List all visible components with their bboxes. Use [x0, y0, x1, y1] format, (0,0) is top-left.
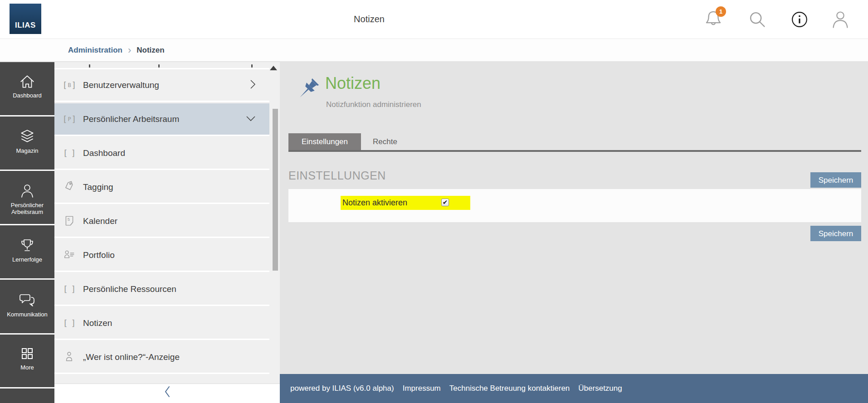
- pushpin-icon: [293, 76, 322, 106]
- breadcrumb-link-administration[interactable]: Administration: [68, 46, 122, 55]
- sidebar-item-portfolio[interactable]: Portfolio: [54, 239, 269, 272]
- breadcrumb-current-notizen[interactable]: Notizen: [137, 46, 164, 55]
- mainbar-item-more[interactable]: More: [0, 334, 54, 388]
- ilias-admin-page: ILIAS Notizen 1: [0, 0, 868, 403]
- sidebar-item-notizen[interactable]: [] Notizen: [54, 307, 269, 340]
- info-icon: [791, 11, 812, 28]
- svg-text:5: 5: [68, 217, 70, 222]
- tab-einstellungen[interactable]: Einstellungen: [288, 133, 361, 150]
- person-icon: [62, 351, 77, 364]
- setting-label: Notizen aktivieren: [342, 198, 407, 208]
- breadcrumb: Administration › Notizen: [68, 39, 165, 62]
- bracket-empty-icon: []: [62, 284, 77, 294]
- help-button[interactable]: [791, 11, 812, 32]
- tag-icon: [62, 180, 77, 194]
- highlighted-setting: Notizen aktivieren ✔: [341, 196, 470, 210]
- save-button-bottom[interactable]: Speichern: [810, 226, 861, 241]
- section-title: EINSTELLUNGEN: [288, 169, 386, 182]
- tab-underline: [288, 150, 861, 152]
- main-content: Notizen Notizfunktion administrieren Ein…: [280, 62, 868, 403]
- chevron-left-icon: [163, 384, 171, 401]
- settings-form-row: Notizen aktivieren ✔: [288, 189, 861, 222]
- sidebar-collapse-button[interactable]: [54, 384, 280, 403]
- calendar-icon: 5: [62, 214, 77, 228]
- mainbar-filler: [0, 388, 54, 403]
- header-page-title: Notizen: [354, 0, 385, 39]
- sidebar-bottom-strip: [54, 376, 280, 384]
- portfolio-icon: [62, 249, 77, 262]
- ilias-logo[interactable]: ILIAS: [10, 4, 41, 34]
- mainbar-item-lernerfolge[interactable]: Lernerfolge: [0, 225, 54, 280]
- footer-link-technische-betreuung[interactable]: Technische Betreuung kontaktieren: [449, 384, 570, 393]
- scrolled-item-remnant: [54, 62, 269, 69]
- top-header: ILIAS Notizen 1: [0, 0, 868, 39]
- chevron-right-icon: [249, 78, 257, 92]
- scroll-up-button[interactable]: [270, 66, 277, 70]
- mainbar-item-magazin[interactable]: Magazin: [0, 117, 54, 171]
- mainbar-item-dashboard[interactable]: Dashboard: [0, 62, 54, 117]
- sidebar-item-kalender[interactable]: 5 Kalender: [54, 205, 269, 238]
- chevron-down-icon: [245, 114, 257, 124]
- admin-sidebar: [B] Benutzerverwaltung [P] Persönlicher …: [54, 62, 280, 403]
- tab-rechte[interactable]: Rechte: [361, 133, 409, 150]
- home-icon: [19, 74, 36, 89]
- powered-by-text: powered by ILIAS (v6.0 alpha): [290, 384, 394, 393]
- notification-badge: 1: [716, 6, 726, 17]
- layers-icon: [19, 128, 36, 145]
- mainbar-item-kommunikation[interactable]: Kommunikation: [0, 280, 54, 335]
- search-button[interactable]: [747, 10, 768, 30]
- bracket-empty-icon: []: [62, 148, 77, 158]
- mainbar-item-persoenlicher-arbeitsraum[interactable]: Persönlicher Arbeitsraum: [0, 171, 54, 225]
- sidebar-item-tagging[interactable]: Tagging: [54, 171, 269, 204]
- notizen-aktivieren-checkbox[interactable]: ✔: [441, 199, 449, 206]
- sidebar-item-persoenliche-ressourcen[interactable]: [] Persönliche Ressourcen: [54, 273, 269, 306]
- user-menu-button[interactable]: [830, 10, 851, 30]
- bracket-empty-icon: []: [62, 318, 77, 328]
- save-button-top[interactable]: Speichern: [810, 172, 861, 188]
- page-title: Notizen: [325, 74, 380, 93]
- user-avatar-icon: [830, 10, 851, 29]
- sidebar-item-benutzerverwaltung[interactable]: [B] Benutzerverwaltung: [54, 69, 269, 102]
- sidebar-item-wer-ist-online-anzeige[interactable]: „Wer ist online?“-Anzeige: [54, 341, 269, 374]
- grid-icon: [20, 346, 35, 361]
- sidebar-item-persoenlicher-arbeitsraum[interactable]: [P] Persönlicher Arbeitsraum: [54, 103, 269, 136]
- sidebar-scrollbar-thumb[interactable]: [273, 109, 278, 271]
- bracket-b-icon: [B]: [62, 80, 77, 90]
- footer-link-impressum[interactable]: Impressum: [403, 384, 441, 393]
- chat-icon: [18, 292, 36, 308]
- sidebar-item-dashboard[interactable]: [] Dashboard: [54, 137, 269, 170]
- user-icon: [19, 183, 35, 199]
- page-subtitle: Notizfunktion administrieren: [326, 100, 421, 109]
- chevron-right-icon: ›: [128, 45, 131, 55]
- trophy-icon: [19, 237, 35, 253]
- breadcrumb-bar: Administration › Notizen: [0, 39, 868, 62]
- search-icon: [747, 10, 768, 29]
- mainbar: Dashboard Magazin Persönlicher Arbeitsra…: [0, 62, 54, 403]
- notifications-button[interactable]: 1: [704, 9, 725, 30]
- footer-link-uebersetzung[interactable]: Übersetzung: [578, 384, 622, 393]
- bracket-p-icon: [P]: [62, 114, 77, 124]
- footer: powered by ILIAS (v6.0 alpha) Impressum …: [280, 374, 868, 403]
